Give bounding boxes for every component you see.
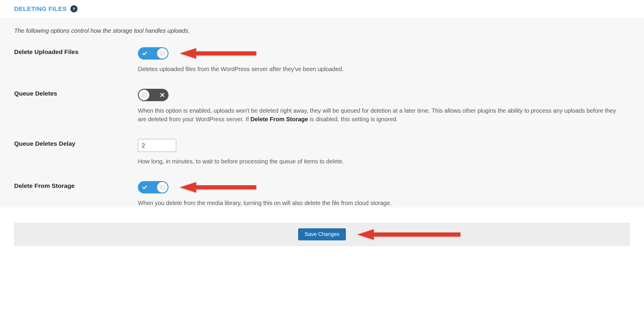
field-help: When this option is enabled, uploads won…	[138, 106, 621, 124]
field-help: How long, in minutes, to wait to before …	[138, 157, 621, 166]
field-label: Queue Deletes	[14, 89, 138, 97]
section-intro: The following options control how the st…	[14, 27, 630, 34]
settings-panel: DELETING FILES ? The following options c…	[0, 0, 644, 255]
check-icon	[142, 185, 147, 190]
queue-delay-input[interactable]	[138, 139, 176, 152]
section-header: DELETING FILES ?	[0, 0, 644, 19]
section-content: The following options control how the st…	[0, 19, 644, 207]
close-icon	[160, 92, 165, 98]
field-queue-deletes-delay: Queue Deletes Delay How long, in minutes…	[14, 139, 630, 166]
svg-marker-3	[180, 182, 256, 193]
help-text-strong: Delete From Storage	[250, 116, 308, 122]
field-help: When you delete from the media library, …	[138, 199, 621, 207]
help-text-post: is disabled, this setting is ignored.	[308, 116, 398, 122]
toggle-queue-deletes[interactable]	[138, 89, 169, 101]
annotation-arrow-icon	[180, 47, 256, 60]
svg-marker-0	[180, 48, 256, 59]
check-icon	[142, 51, 147, 56]
footer-bar: Save Changes	[14, 223, 630, 246]
field-label: Delete Uploaded Files	[14, 47, 138, 55]
toggle-delete-from-storage[interactable]	[138, 181, 169, 193]
annotation-arrow-icon	[357, 228, 460, 241]
field-label: Delete From Storage	[14, 181, 138, 189]
svg-marker-4	[357, 229, 460, 240]
toggle-delete-uploaded-files[interactable]	[138, 47, 169, 60]
section-title: DELETING FILES	[14, 5, 67, 12]
field-delete-uploaded-files: Delete Uploaded Files Deletes uploaded f…	[14, 47, 630, 73]
help-icon[interactable]: ?	[70, 5, 77, 12]
field-label: Queue Deletes Delay	[14, 139, 138, 147]
field-help: Deletes uploaded files from the WordPres…	[138, 65, 621, 73]
annotation-arrow-icon	[180, 181, 256, 193]
toggle-knob	[157, 182, 168, 193]
field-queue-deletes: Queue Deletes When this option is enable…	[14, 89, 630, 124]
field-delete-from-storage: Delete From Storage When you delete from…	[14, 181, 630, 207]
toggle-knob	[157, 48, 168, 59]
save-changes-button[interactable]: Save Changes	[298, 228, 346, 240]
toggle-knob	[139, 90, 149, 100]
